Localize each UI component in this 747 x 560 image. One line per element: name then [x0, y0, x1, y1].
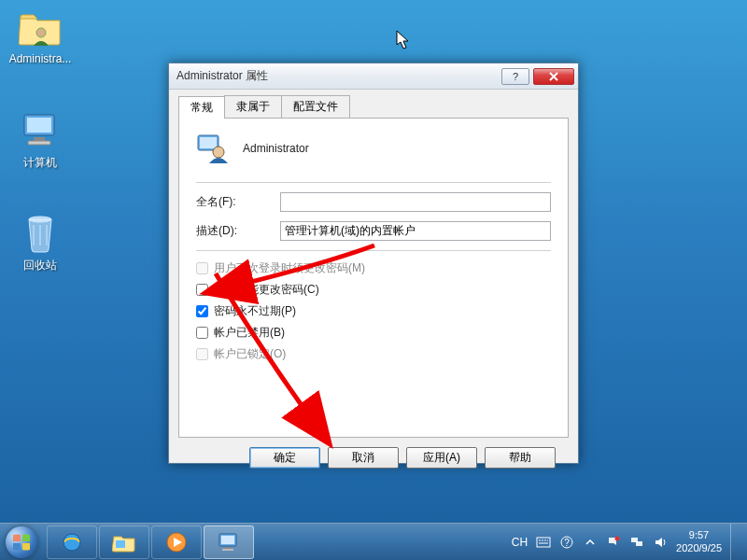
tray-expand-icon[interactable] [583, 535, 598, 550]
folder-user-icon [18, 6, 63, 50]
svg-point-5 [29, 217, 51, 222]
ok-button[interactable]: 确定 [249, 447, 320, 469]
svg-point-8 [213, 147, 224, 158]
svg-point-0 [36, 28, 46, 37]
computer-icon [18, 108, 63, 153]
taskbar-pin-ie[interactable] [47, 525, 97, 559]
checkbox-account-disabled[interactable]: 帐户已禁用(B) [196, 325, 551, 341]
clock-date: 2020/9/25 [676, 542, 722, 555]
ie-icon [60, 530, 84, 554]
svg-rect-11 [116, 540, 125, 548]
tab-general[interactable]: 常规 [178, 96, 225, 119]
start-button[interactable] [0, 524, 43, 561]
apply-button[interactable]: 应用(A) [406, 447, 477, 469]
tab-memberof[interactable]: 隶属于 [224, 95, 282, 118]
checkbox-input[interactable] [196, 284, 208, 296]
taskbar-pin-mediaplayer[interactable] [151, 525, 202, 559]
tab-page-general: Administrator 全名(F): 描述(D): 用户下次登录时须更改密码… [178, 119, 569, 438]
svg-rect-15 [225, 547, 231, 549]
mouse-cursor-icon [396, 30, 411, 50]
svg-rect-17 [537, 538, 550, 547]
separator [196, 250, 551, 251]
separator [196, 182, 551, 183]
clock-time: 9:57 [689, 529, 709, 542]
help-button[interactable]: ? [501, 68, 529, 85]
cancel-button[interactable]: 取消 [328, 447, 399, 469]
taskbar-window-lusrmgr[interactable] [204, 525, 254, 559]
dialog-button-row: 确定 取消 应用(A) 帮助 [178, 438, 569, 478]
svg-rect-22 [636, 541, 642, 546]
checkbox-input [196, 348, 208, 360]
help-button[interactable]: 帮助 [485, 447, 556, 469]
folder-icon [112, 532, 136, 553]
checkbox-account-locked: 帐户已锁定(O) [196, 346, 551, 362]
desktop-icon-label: 计算机 [6, 155, 75, 171]
svg-rect-2 [27, 118, 51, 133]
tab-profile[interactable]: 配置文件 [281, 95, 350, 118]
fullname-input[interactable] [280, 192, 551, 212]
media-player-icon [165, 531, 188, 553]
dialog-titlebar[interactable]: Administrator 属性 ? [169, 63, 578, 90]
svg-rect-4 [28, 141, 50, 145]
checkbox-password-never-expires[interactable]: 密码永不过期(P) [196, 303, 551, 319]
network-icon[interactable] [629, 535, 644, 550]
desktop-icon-computer[interactable]: 计算机 [6, 108, 75, 171]
desktop-icon-admin-folder[interactable]: Administra... [6, 6, 75, 65]
user-name: Administrator [243, 142, 309, 155]
svg-rect-7 [200, 137, 217, 148]
dialog-title: Administrator 属性 [176, 68, 501, 84]
desktop-icon-label: 回收站 [6, 258, 75, 273]
recycle-bin-icon [18, 211, 63, 256]
language-indicator[interactable]: CH [512, 536, 528, 549]
description-input[interactable] [280, 221, 551, 241]
user-icon [196, 132, 230, 165]
desktop: Administra... 计算机 回收站 Administrator 属性 ?… [0, 0, 747, 560]
keyboard-icon[interactable] [536, 535, 551, 550]
close-button[interactable] [533, 68, 574, 85]
windows-logo-icon [6, 526, 37, 558]
desktop-icon-recycle-bin[interactable]: 回收站 [6, 211, 75, 273]
action-center-icon[interactable] [606, 535, 621, 550]
svg-rect-14 [221, 536, 234, 544]
tab-strip: 常规 隶属于 配置文件 [178, 95, 569, 119]
checkbox-must-change-password: 用户下次登录时须更改密码(M) [196, 260, 551, 276]
desktop-icon-label: Administra... [6, 52, 75, 65]
svg-rect-3 [34, 137, 45, 141]
checkbox-input[interactable] [196, 305, 208, 317]
computer-mgmt-icon [217, 531, 241, 553]
svg-rect-16 [222, 549, 233, 551]
taskbar-pin-explorer[interactable] [99, 525, 149, 559]
properties-dialog: Administrator 属性 ? 常规 隶属于 配置文件 Administr [168, 63, 579, 464]
taskbar: CH ? 9:57 2020/9/25 [0, 523, 747, 560]
checkbox-input[interactable] [196, 327, 208, 339]
help-icon[interactable]: ? [559, 535, 574, 550]
fullname-label: 全名(F): [196, 194, 280, 210]
show-desktop-button[interactable] [730, 524, 740, 561]
volume-icon[interactable] [653, 535, 668, 550]
checkbox-cannot-change-password[interactable]: 用户不能更改密码(C) [196, 282, 551, 298]
svg-text:?: ? [564, 538, 570, 548]
description-label: 描述(D): [196, 223, 280, 239]
close-icon [548, 72, 559, 81]
svg-point-20 [615, 536, 620, 540]
checkbox-input [196, 262, 208, 274]
taskbar-clock[interactable]: 9:57 2020/9/25 [676, 529, 722, 555]
system-tray: CH ? 9:57 2020/9/25 [504, 524, 747, 561]
